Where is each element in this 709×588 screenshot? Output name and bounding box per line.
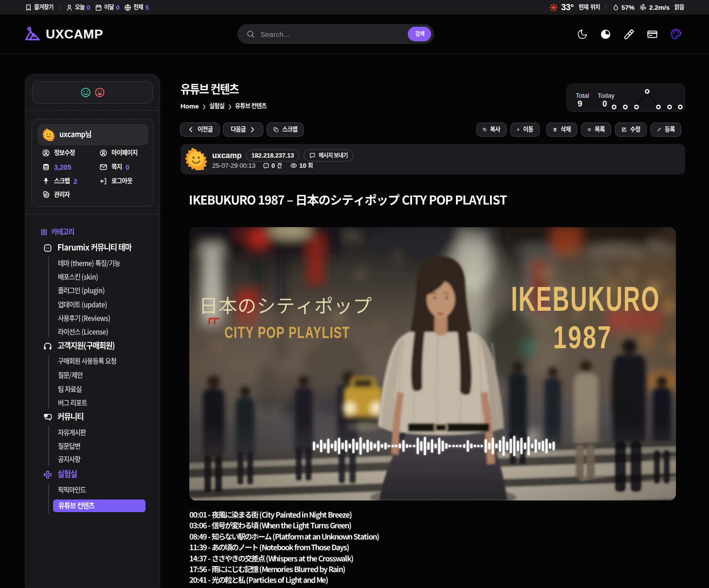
svg-text:IKEBUKURO: IKEBUKURO — [511, 279, 660, 318]
svg-text:CITY POP PLAYLIST: CITY POP PLAYLIST — [224, 323, 350, 341]
svg-text:1987: 1987 — [553, 320, 613, 355]
